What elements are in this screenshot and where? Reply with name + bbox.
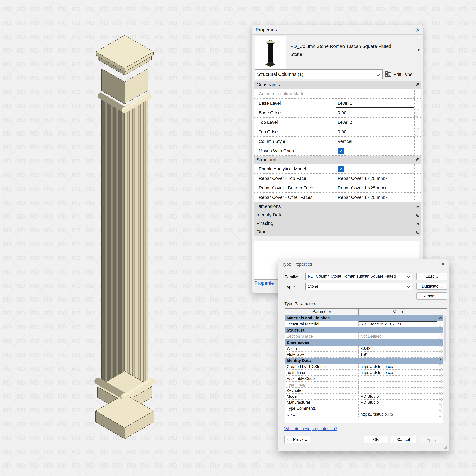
property-label: Enable Analytical Model (254, 164, 336, 173)
formula-button[interactable] (439, 370, 442, 375)
checkbox-checked-icon[interactable]: ✓ (338, 148, 344, 154)
parameter-label: Model (285, 394, 358, 399)
properties-help-link[interactable]: What do these properties do? (284, 427, 337, 431)
type-combo-value: Stone (308, 284, 318, 289)
parameter-label: Assembly Code (285, 376, 358, 381)
table-header-row: Parameter Value = (285, 308, 447, 315)
parameter-value[interactable] (358, 388, 437, 393)
parameter-value[interactable]: RD Studio (358, 400, 437, 405)
properties-help-link[interactable]: Propertie (255, 280, 274, 286)
expand-section-icon[interactable] (417, 214, 419, 216)
scrollbar-thumb[interactable] (443, 316, 446, 361)
parameter-value[interactable] (358, 376, 437, 381)
property-value[interactable]: Rebar Cover 1 <25 mm> (336, 193, 414, 202)
parameter-group-header[interactable]: Materials and Finishes (285, 315, 443, 321)
formula-button[interactable] (439, 346, 442, 351)
parameter-value[interactable]: Not Defined (358, 334, 437, 339)
parameter-group-header[interactable]: Dimensions (285, 340, 443, 346)
formula-button[interactable] (439, 388, 442, 393)
family-combo[interactable]: RD_Column Stone Roman Tuscan Square Flut… (305, 272, 412, 280)
value-control-button[interactable] (415, 128, 419, 136)
collapse-section-icon[interactable] (417, 84, 419, 85)
load-button[interactable]: Load... (416, 273, 447, 280)
rename-button[interactable]: Rename... (416, 292, 447, 300)
collapse-section-icon[interactable] (417, 159, 419, 161)
formula-button[interactable] (439, 400, 442, 405)
section-header[interactable]: Identity Data (254, 211, 421, 219)
expand-section-icon[interactable] (417, 223, 419, 224)
row-end-cell (414, 99, 421, 108)
parameter-row: Created by RD Studiohttps://rdstudio.co/ (285, 364, 443, 370)
collapse-section-icon[interactable] (440, 342, 441, 343)
property-value[interactable]: Level 1 (336, 99, 414, 108)
selection-filter-value: Structural Columns (1) (257, 72, 303, 77)
close-icon[interactable]: × (441, 260, 445, 268)
property-value[interactable]: ✓ (336, 146, 414, 155)
formula-button[interactable] (439, 364, 442, 369)
parameter-group-header[interactable]: Identity Data (285, 357, 443, 364)
collapse-section-icon[interactable] (440, 330, 441, 331)
formula-button[interactable] (439, 322, 442, 326)
table-scrollbar[interactable] (443, 315, 447, 423)
section-header[interactable]: Other (254, 228, 421, 236)
value-control-button[interactable] (415, 109, 419, 117)
property-value[interactable]: 0.00 (336, 127, 414, 136)
parameter-value[interactable]: RD Studio (358, 394, 437, 399)
ok-button[interactable]: OK (364, 436, 388, 443)
duplicate-button[interactable]: Duplicate... (416, 283, 447, 290)
formula-button[interactable] (439, 412, 442, 417)
parameter-value[interactable]: 1.91 (358, 352, 437, 357)
edit-type-button[interactable]: Edit Type (385, 71, 413, 78)
property-value[interactable]: Vertical (336, 137, 414, 146)
divider (252, 34, 423, 34)
close-icon[interactable]: × (416, 25, 420, 34)
section-header[interactable]: Constraints (254, 81, 421, 89)
formula-button[interactable] (439, 352, 442, 357)
expand-section-icon[interactable] (417, 231, 419, 233)
property-value[interactable]: Rebar Cover 1 <25 mm> (336, 183, 414, 192)
formula-button[interactable] (439, 382, 442, 387)
section-header[interactable]: Phasing (254, 219, 421, 228)
property-row: Rebar Cover - Bottom FaceRebar Cover 1 <… (254, 183, 421, 193)
section-header[interactable]: Structural (254, 156, 421, 164)
property-value[interactable]: Rebar Cover 1 <25 mm> (336, 174, 414, 183)
type-selector-caret-icon[interactable]: ▼ (417, 48, 421, 52)
parameter-value[interactable] (358, 406, 437, 411)
section-header[interactable]: Dimensions (254, 202, 421, 211)
row-end-cell (414, 174, 421, 183)
resize-grip[interactable] (446, 448, 447, 449)
parameter-group-header[interactable]: Structural (285, 327, 443, 334)
formula-button[interactable] (439, 334, 442, 339)
row-end-cell (414, 164, 421, 173)
property-row: Enable Analytical Model✓ (254, 164, 421, 174)
parameter-value[interactable]: https://rdstudio.co/ (358, 370, 437, 375)
parameter-value[interactable]: 30.48 (358, 346, 437, 351)
preview-button[interactable]: << Preview (284, 436, 310, 443)
formula-button[interactable] (439, 406, 442, 411)
parameter-value[interactable] (358, 382, 437, 387)
expand-section-icon[interactable] (417, 206, 419, 207)
property-value[interactable]: Level 2 (336, 118, 414, 127)
formula-button[interactable] (439, 376, 442, 381)
chevron-down-icon (407, 285, 410, 288)
property-value[interactable]: ✓ (336, 164, 414, 173)
property-value[interactable]: 0.00 (336, 108, 414, 117)
column-3d-model[interactable] (80, 34, 170, 444)
cancel-button[interactable]: Cancel (391, 436, 416, 443)
family-name: RD_Column Stone Roman Tuscan Square Flut… (290, 42, 415, 51)
type-preview-thumbnail[interactable] (255, 36, 286, 69)
selection-filter-combo[interactable]: Structural Columns (1) (255, 69, 383, 79)
parameter-row: Keynote (285, 388, 443, 394)
parameter-value[interactable]: https://rdstudio.co/ (358, 411, 437, 417)
property-value[interactable] (336, 89, 414, 98)
type-combo[interactable]: Stone (305, 283, 412, 290)
family-combo-value: RD_Column Stone Roman Tuscan Square Flut… (308, 274, 396, 279)
collapse-section-icon[interactable] (440, 360, 441, 361)
type-selector[interactable]: RD_Column Stone Roman Tuscan Square Flut… (290, 42, 415, 58)
checkbox-checked-icon[interactable]: ✓ (338, 166, 344, 172)
parameter-row: Type Comments (285, 406, 443, 411)
collapse-section-icon[interactable] (440, 318, 441, 319)
parameter-value[interactable]: RD_Stone 192 182 156 (358, 321, 437, 327)
parameter-value[interactable]: https://rdstudio.co/ (358, 364, 437, 370)
formula-button[interactable] (439, 394, 442, 399)
